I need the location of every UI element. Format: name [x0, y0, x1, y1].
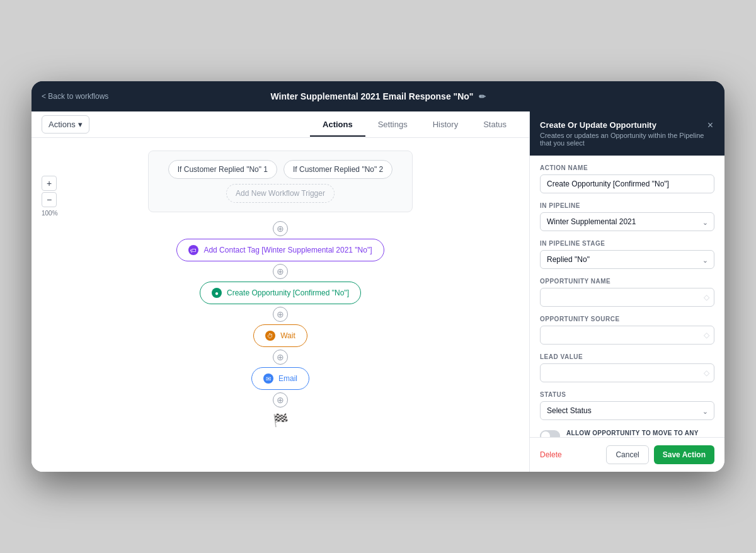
add-trigger-button[interactable]: Add New Workflow Trigger: [226, 184, 335, 203]
close-button[interactable]: ×: [706, 120, 714, 130]
footer-buttons: Cancel Save Action: [606, 445, 714, 464]
zoom-level: 100%: [42, 210, 58, 217]
save-action-button[interactable]: Save Action: [654, 445, 714, 464]
tab-settings[interactable]: Settings: [365, 113, 420, 137]
right-panel-subtitle: Creates or updates an Opportunity within…: [540, 132, 706, 147]
in-pipeline-label: IN PIPELINE: [540, 202, 714, 209]
lead-value-group: LEAD VALUE ◇: [540, 353, 714, 382]
in-pipeline-stage-label: IN PIPELINE STAGE: [540, 240, 714, 247]
in-pipeline-stage-group: IN PIPELINE STAGE Replied "No": [540, 240, 714, 269]
opportunity-source-input[interactable]: [540, 326, 714, 345]
trigger-chip-2[interactable]: If Customer Replied "No" 2: [284, 160, 392, 179]
zoom-in-button[interactable]: +: [42, 176, 57, 191]
opportunity-source-group: OPPORTUNITY SOURCE ◇: [540, 316, 714, 345]
toggle-1-label: ALLOW OPPORTUNITY TO MOVE TO ANY PREVIOU…: [566, 429, 714, 437]
tab-status[interactable]: Status: [471, 113, 519, 137]
status-select[interactable]: Select Status: [540, 401, 714, 420]
connector-2[interactable]: ⊕: [273, 264, 288, 279]
opportunity-name-input[interactable]: [540, 288, 714, 307]
right-panel-footer: Delete Cancel Save Action: [530, 437, 724, 472]
sub-nav-tabs: Actions Settings History Status: [310, 113, 519, 136]
in-pipeline-select-wrapper: Winter Supplemental 2021: [540, 212, 714, 231]
trigger-chip-1[interactable]: If Customer Replied "No" 1: [168, 160, 277, 179]
sub-nav: Actions ▾ Actions Settings History Statu…: [32, 111, 529, 138]
in-pipeline-select[interactable]: Winter Supplemental 2021: [540, 212, 714, 231]
lead-value-icon: ◇: [704, 368, 709, 377]
opportunity-name-label: OPPORTUNITY NAME: [540, 278, 714, 285]
email-node[interactable]: ✉ Email: [251, 367, 309, 390]
email-icon: ✉: [263, 373, 273, 384]
finish-flag: 🏁: [273, 413, 289, 428]
toggle-1[interactable]: [540, 430, 560, 437]
workflow-canvas: + − 100% If Customer Replied "No" 1 If C…: [32, 138, 529, 472]
wait-icon: ⏱: [265, 331, 275, 341]
in-pipeline-stage-select-wrapper: Replied "No": [540, 250, 714, 269]
connector-1[interactable]: ⊕: [273, 221, 288, 236]
tab-actions[interactable]: Actions: [310, 113, 365, 137]
tag-icon: 🏷: [188, 245, 198, 255]
main-content: Actions ▾ Actions Settings History Statu…: [32, 111, 724, 472]
opportunity-name-group: OPPORTUNITY NAME ◇: [540, 278, 714, 307]
zoom-out-button[interactable]: −: [42, 192, 57, 207]
opportunity-name-icon: ◇: [704, 293, 709, 302]
opportunity-name-field: ◇: [540, 288, 714, 307]
toggle-1-row: ALLOW OPPORTUNITY TO MOVE TO ANY PREVIOU…: [540, 429, 714, 437]
delete-button[interactable]: Delete: [540, 450, 562, 459]
cancel-button[interactable]: Cancel: [606, 445, 648, 464]
connector-3[interactable]: ⊕: [273, 307, 288, 322]
connector-5[interactable]: ⊕: [273, 392, 288, 408]
trigger-section: If Customer Replied "No" 1 If Customer R…: [148, 151, 413, 212]
right-panel-body: ACTION NAME IN PIPELINE Winter Supplemen…: [530, 156, 724, 437]
status-select-wrapper: Select Status: [540, 401, 714, 420]
top-bar: < Back to workflows Winter Supplemental …: [32, 81, 724, 111]
back-link[interactable]: < Back to workflows: [42, 92, 108, 101]
connector-4[interactable]: ⊕: [273, 350, 288, 365]
opportunity-source-label: OPPORTUNITY SOURCE: [540, 316, 714, 322]
opportunity-source-field: ◇: [540, 326, 714, 345]
right-panel: Create Or Update Opportunity Creates or …: [529, 111, 724, 472]
actions-button[interactable]: Actions ▾: [42, 115, 89, 134]
action-name-group: ACTION NAME: [540, 164, 714, 193]
tab-history[interactable]: History: [420, 113, 471, 137]
trigger-row: If Customer Replied "No" 1 If Customer R…: [168, 160, 393, 179]
page-title: Winter Supplemental 2021 Email Response …: [270, 91, 485, 101]
status-group: STATUS Select Status: [540, 391, 714, 420]
in-pipeline-group: IN PIPELINE Winter Supplemental 2021: [540, 202, 714, 231]
zoom-controls: + − 100%: [42, 176, 58, 217]
lead-value-field: ◇: [540, 363, 714, 382]
lead-value-input[interactable]: [540, 363, 714, 382]
opportunity-icon: ●: [212, 288, 222, 298]
right-panel-title: Create Or Update Opportunity: [540, 120, 706, 130]
workflow-panel: Actions ▾ Actions Settings History Statu…: [32, 111, 529, 472]
action-name-input[interactable]: [540, 174, 714, 193]
edit-icon[interactable]: ✏: [479, 92, 486, 101]
wait-node[interactable]: ⏱ Wait: [253, 324, 307, 347]
action-name-label: ACTION NAME: [540, 164, 714, 171]
status-label: STATUS: [540, 391, 714, 398]
in-pipeline-stage-select[interactable]: Replied "No": [540, 250, 714, 269]
opportunity-node[interactable]: ● Create Opportunity [Confirmed "No"]: [200, 282, 361, 304]
opportunity-source-icon: ◇: [704, 331, 709, 339]
tag-node[interactable]: 🏷 Add Contact Tag [Winter Supplemental 2…: [176, 239, 384, 261]
right-panel-header: Create Or Update Opportunity Creates or …: [530, 111, 724, 156]
lead-value-label: LEAD VALUE: [540, 353, 714, 360]
